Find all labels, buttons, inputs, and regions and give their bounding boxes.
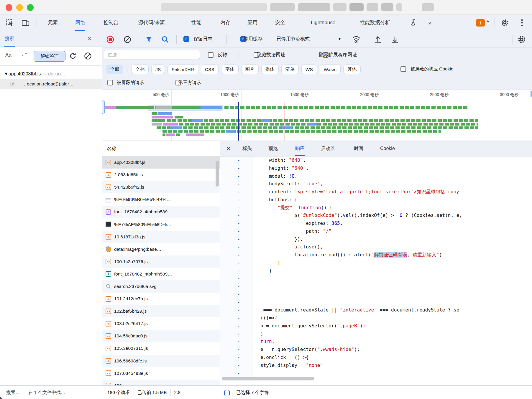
fold-marker-icon[interactable]: - (220, 251, 252, 259)
fold-marker-icon[interactable]: - (220, 212, 252, 220)
devtools-tab-4[interactable]: 源代码/来源 (138, 14, 165, 31)
devtools-tab-5[interactable]: 性能 (191, 14, 201, 31)
devtools-tab-3[interactable]: 控制台 (104, 14, 119, 31)
filter-chip-10[interactable]: WS (301, 65, 317, 74)
devtools-tab-9[interactable]: Lighthouse (311, 14, 335, 31)
fold-marker-icon[interactable]: - (220, 196, 252, 204)
fold-marker-icon[interactable]: - (220, 275, 252, 283)
fold-marker-icon[interactable]: - (220, 188, 252, 196)
refresh-icon[interactable] (69, 52, 77, 60)
throttling-dropdown-arrow-icon[interactable]: ▼ (338, 37, 341, 41)
clear-network-log-icon[interactable] (123, 35, 132, 44)
fold-marker-icon[interactable]: - (220, 227, 252, 235)
request-row[interactable]: <>105.3e007315.js (102, 342, 220, 355)
fold-marker-icon[interactable]: - (220, 306, 252, 314)
network-conditions-icon[interactable] (352, 35, 361, 44)
request-row[interactable]: <>100.1c2b7076.js (102, 255, 220, 268)
filter-chip-4[interactable]: Fetch/XHR (168, 65, 198, 74)
search-match-line[interactable]: 16 …ocation.reload()):aler… (0, 79, 102, 89)
invert-filter-checkbox[interactable] (208, 52, 214, 58)
request-row[interactable]: <>54.423b6f42.js (102, 181, 220, 193)
detail-tab-2[interactable]: 预览 (268, 141, 278, 155)
match-case-toggle[interactable]: Aa (5, 52, 12, 58)
devtools-tab-6[interactable]: 内存 (220, 14, 230, 31)
more-tabs-chevron[interactable]: » (428, 14, 431, 31)
device-toolbar-icon[interactable] (22, 19, 31, 26)
braces-icon[interactable]: { } (224, 390, 231, 396)
filter-chip-11[interactable]: Wasm (320, 65, 341, 74)
fold-marker-icon[interactable]: - (220, 259, 252, 267)
search-result-file[interactable]: ▼app.40208fbf.js — doc.io… (0, 69, 102, 79)
fold-marker-icon[interactable]: - (220, 299, 252, 306)
detail-tab-1[interactable]: 标头 (242, 141, 252, 155)
blocked-cookies-checkbox[interactable] (400, 66, 406, 72)
inspect-element-icon[interactable] (6, 19, 14, 27)
detail-tab-4[interactable]: 启动器 (321, 141, 335, 155)
filter-chip-12[interactable]: 其他 (343, 65, 361, 74)
filter-chip-6[interactable]: 字体 (221, 65, 239, 74)
filter-chip-2[interactable]: 文档 (131, 65, 149, 74)
request-row[interactable]: <>107.0345493e.js (102, 367, 220, 380)
fold-marker-icon[interactable]: - (220, 314, 252, 322)
request-row[interactable]: font_1678482_4tbhmh589… (102, 206, 220, 218)
detail-tab-3[interactable]: 响应 (295, 141, 305, 156)
kebab-menu-icon[interactable] (521, 19, 523, 27)
fold-marker-icon[interactable]: - (220, 338, 252, 346)
request-row[interactable]: <>106.56608dfe.js (102, 355, 220, 367)
fold-marker-icon[interactable]: - (220, 354, 252, 362)
issues-count[interactable]: 5 (487, 19, 489, 25)
filter-chip-9[interactable]: 清单 (281, 65, 299, 74)
filter-chip-5[interactable]: CSS (201, 65, 219, 74)
response-code[interactable]: - width: "640",- height: "640",- modal: … (220, 156, 532, 378)
search-network-divider[interactable] (102, 31, 102, 399)
list-detail-divider[interactable] (220, 141, 220, 399)
blocked-requests-checkbox[interactable] (107, 80, 113, 85)
request-row[interactable]: <>104.56c0dac0.js (102, 330, 220, 342)
response-hscrollbar[interactable] (222, 377, 314, 380)
filter-chip-8[interactable]: 媒体 (261, 65, 279, 74)
clear-search-icon[interactable] (84, 52, 92, 60)
fold-marker-icon[interactable]: - (220, 164, 252, 172)
fold-marker-icon[interactable]: - (220, 267, 252, 275)
overview-right-grip[interactable] (531, 90, 532, 97)
throttling-select[interactable]: 已停用节流模式 (277, 36, 310, 42)
fold-marker-icon[interactable]: - (220, 369, 252, 377)
traffic-light-zoom[interactable] (27, 4, 34, 11)
detail-tab-6[interactable]: Cookie (380, 141, 395, 155)
fold-marker-icon[interactable]: - (220, 322, 252, 330)
tab-search[interactable]: 搜索 (4, 31, 15, 47)
preserve-log-checkbox[interactable] (183, 36, 189, 42)
overview-left-grip[interactable] (102, 100, 105, 114)
fold-marker-icon[interactable]: - (220, 180, 252, 188)
devtools-tab-8[interactable]: 安全 (275, 14, 285, 31)
close-detail-icon[interactable]: × (226, 144, 231, 153)
filter-chip-1[interactable]: 全部 (106, 65, 123, 74)
devtools-tab-1[interactable]: 元素 (48, 14, 58, 31)
request-row[interactable]: <>app.40208fbf.js (102, 156, 220, 169)
fold-marker-icon[interactable]: - (220, 204, 252, 212)
record-network-log-icon[interactable] (106, 35, 114, 44)
fold-marker-icon[interactable]: - (220, 172, 252, 180)
devtools-tab-7[interactable]: 应用 (247, 14, 257, 31)
fold-marker-icon[interactable]: - (220, 362, 252, 370)
fold-marker-icon[interactable]: - (220, 156, 252, 164)
filter-chip-7[interactable]: 图片 (241, 65, 259, 74)
search-network-icon[interactable] (161, 35, 169, 44)
search-query-input[interactable]: 解锁验证 (34, 51, 65, 62)
detail-tab-5[interactable]: 时间 (354, 141, 363, 155)
request-row[interactable]: %E7%AE%80%E5%8D%… (102, 218, 220, 230)
devtools-tab-2[interactable]: 网络 (75, 14, 85, 31)
timeline-overview[interactable]: 500 毫秒1000 毫秒1500 毫秒2000 毫秒2500 毫秒3000 毫… (102, 90, 532, 141)
close-search-icon[interactable]: × (88, 31, 92, 46)
fold-marker-icon[interactable]: - (220, 291, 252, 299)
export-har-icon[interactable] (391, 35, 399, 44)
request-row[interactable]: <>10.61871d3a.js (102, 231, 220, 243)
import-har-icon[interactable] (374, 35, 382, 44)
regex-toggle[interactable]: .* (21, 51, 28, 57)
filter-input[interactable]: 过滤 (104, 50, 200, 60)
settings-gear-icon[interactable] (501, 19, 509, 27)
traffic-light-close[interactable] (6, 4, 12, 11)
request-row[interactable]: <>101.2d12ec7a.js (102, 293, 220, 305)
filter-chip-3[interactable]: JS (151, 65, 165, 74)
devtools-tab-10[interactable]: 性能数据分析 (360, 14, 390, 31)
